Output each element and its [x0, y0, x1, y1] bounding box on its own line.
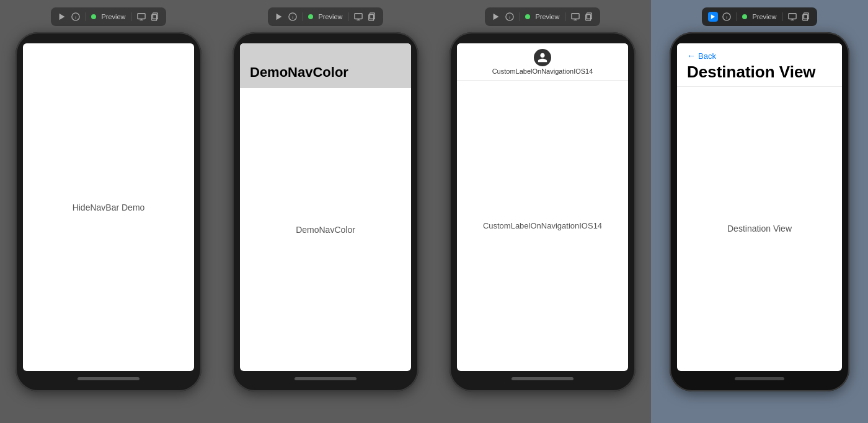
info-icon-4[interactable]: i	[722, 12, 732, 22]
phone-screen-3: CustomLabelOnNavigationIOS14 CustomLabel…	[457, 43, 628, 371]
info-icon-3[interactable]: i	[505, 12, 515, 22]
toolbar-divider-1	[86, 12, 86, 21]
back-arrow-icon: ←	[687, 51, 696, 61]
copy-icon-3[interactable]	[584, 12, 594, 22]
toolbar-divider-3b	[565, 12, 565, 21]
monitor-icon-4[interactable]	[787, 12, 797, 22]
toolbar-divider-4	[737, 12, 737, 21]
copy-icon-2[interactable]	[367, 12, 377, 22]
play-icon-1[interactable]	[57, 12, 67, 22]
screen1-label: HideNavBar Demo	[73, 203, 145, 212]
screen4-content: Destination View	[677, 87, 842, 371]
phone-2: DemoNavColor DemoNavColor	[232, 32, 418, 391]
svg-marker-24	[711, 14, 715, 19]
svg-marker-0	[60, 14, 65, 20]
phone-screen-1: HideNavBar Demo	[23, 43, 194, 371]
phone-home-4	[735, 377, 784, 380]
toolbar-divider-1b	[131, 12, 131, 21]
svg-rect-27	[788, 14, 795, 19]
preview-dot-3	[525, 14, 530, 19]
svg-text:i: i	[727, 15, 728, 20]
preview-label-3: Preview	[535, 13, 559, 20]
screen2-navbar: DemoNavColor	[240, 43, 411, 88]
screen3-label: CustomLabelOnNavigationIOS14	[483, 221, 602, 230]
svg-marker-16	[494, 14, 499, 20]
phone-home-3	[512, 377, 574, 380]
toolbar-2: i Preview	[268, 7, 383, 26]
toolbar-divider-3	[520, 12, 520, 21]
info-icon-2[interactable]: i	[288, 12, 298, 22]
monitor-icon-2[interactable]	[353, 12, 363, 22]
play-icon-2[interactable]	[274, 12, 284, 22]
screen2-navbar-title: DemoNavColor	[250, 64, 348, 81]
toolbar-4: i Preview	[702, 7, 817, 26]
copy-icon-1[interactable]	[150, 12, 160, 22]
toolbar-divider-4b	[782, 12, 782, 21]
avatar-icon	[534, 49, 551, 66]
simulator-panel-1: i Preview HideNavBar Demo	[0, 0, 217, 423]
screen2-content: DemoNavColor	[240, 88, 411, 371]
svg-text:i: i	[76, 15, 77, 20]
screen3-content: CustomLabelOnNavigationIOS14	[457, 81, 628, 371]
toolbar-divider-2	[303, 12, 303, 21]
back-button[interactable]: ← Back	[687, 51, 832, 61]
toolbar-divider-2b	[348, 12, 348, 21]
screen4-navbar-title: Destination View	[687, 63, 832, 81]
simulator-panel-4: i Preview ← Back Destination View Destin…	[651, 0, 868, 423]
phone-3: CustomLabelOnNavigationIOS14 CustomLabel…	[450, 32, 636, 391]
svg-rect-19	[571, 14, 578, 19]
phone-1: HideNavBar Demo	[16, 32, 202, 391]
preview-dot-1	[91, 14, 96, 19]
screen4-navbar: ← Back Destination View	[677, 43, 842, 87]
preview-label-4: Preview	[752, 13, 776, 20]
toolbar-1: i Preview	[51, 7, 166, 26]
back-label: Back	[698, 51, 716, 61]
phone-screen-4: ← Back Destination View Destination View	[677, 43, 842, 371]
svg-rect-11	[354, 14, 361, 19]
monitor-icon-3[interactable]	[570, 12, 580, 22]
monitor-icon-1[interactable]	[136, 12, 146, 22]
svg-text:i: i	[510, 15, 511, 20]
info-icon-1[interactable]: i	[71, 12, 81, 22]
simulator-panel-2: i Preview DemoNavColor DemoNavColor	[217, 0, 434, 423]
screen2-label: DemoNavColor	[296, 225, 355, 235]
preview-dot-2	[308, 14, 313, 19]
preview-label-1: Preview	[101, 13, 125, 20]
screen1-content: HideNavBar Demo	[23, 43, 194, 371]
svg-text:i: i	[293, 15, 294, 20]
screen4-label: Destination View	[727, 224, 792, 233]
toolbar-3: i Preview	[485, 7, 600, 26]
screen3-navbar: CustomLabelOnNavigationIOS14	[457, 43, 628, 81]
copy-icon-4[interactable]	[801, 12, 811, 22]
preview-label-2: Preview	[318, 13, 342, 20]
svg-rect-3	[137, 14, 144, 19]
play-icon-4[interactable]	[708, 12, 718, 22]
phone-home-1	[78, 377, 140, 380]
simulator-panel-3: i Preview CustomLabelOnNavigationIOS14 C…	[434, 0, 651, 423]
screen3-navbar-label: CustomLabelOnNavigationIOS14	[492, 68, 593, 75]
phone-screen-2: DemoNavColor DemoNavColor	[240, 43, 411, 371]
phone-4: ← Back Destination View Destination View	[670, 32, 849, 391]
svg-marker-8	[277, 14, 282, 20]
phone-home-2	[294, 377, 356, 380]
play-icon-3[interactable]	[491, 12, 501, 22]
preview-dot-4	[742, 14, 747, 19]
